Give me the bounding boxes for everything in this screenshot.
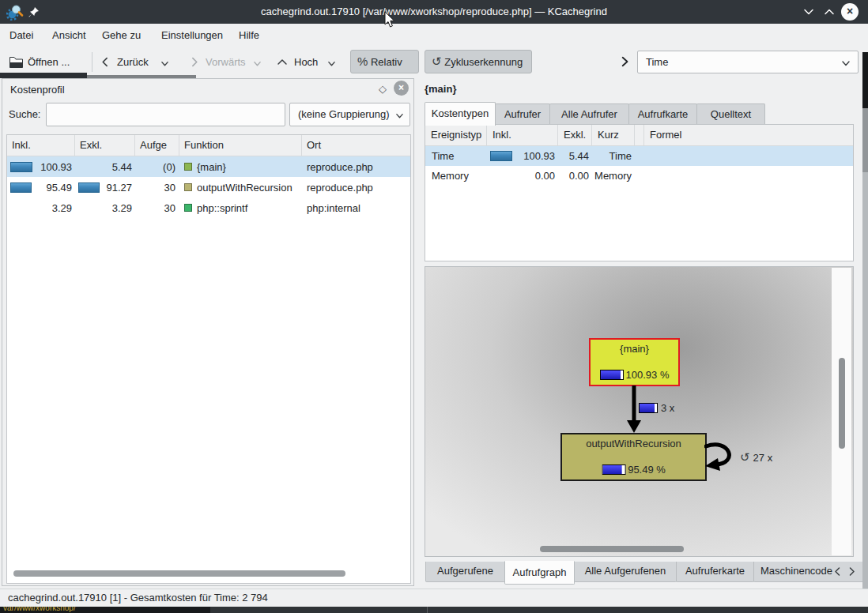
graph-node-child[interactable]: outputWithRecursion 95.49 %	[560, 433, 707, 481]
tab-aufruferkarte[interactable]: Aufruferkarte	[676, 562, 754, 582]
recursion-arrow	[704, 440, 742, 475]
back-dropdown-icon[interactable]	[160, 59, 169, 68]
graph-node-main[interactable]: {main} 100.93 %	[589, 338, 680, 386]
cost-bar	[10, 162, 32, 172]
close-icon[interactable]: ×	[841, 3, 859, 21]
event-type: Memory	[425, 170, 487, 182]
cycle-icon: ↺	[432, 55, 442, 68]
col-funktion[interactable]: Funktion	[179, 135, 302, 156]
menu-gehe-zu[interactable]: Gehe zu	[102, 24, 141, 47]
taskbar-fragment: var/www/xworkshop/	[0, 607, 868, 613]
statusbar: cachegrind.out.17910 [1] - Gesamtkosten …	[0, 589, 868, 607]
menu-datei[interactable]: Datei	[9, 24, 33, 47]
up-dropdown-icon[interactable]	[327, 59, 336, 68]
function-table-header: Inkl. Exkl. Aufge Funktion Ort	[7, 135, 410, 156]
recursion-icon: ↺	[740, 450, 750, 464]
col-ereignistyp[interactable]: Ereignistyp	[425, 125, 487, 145]
col-exkl[interactable]: Exkl.	[558, 125, 592, 145]
up-icon[interactable]	[277, 57, 288, 67]
event-type-value: Time	[646, 51, 668, 73]
relative-toggle-button[interactable]: % Relativ	[350, 50, 419, 73]
grouping-value: (keine Gruppierung)	[298, 103, 390, 126]
dock-float-icon[interactable]: ◇	[379, 83, 387, 95]
graph-vscrollbar[interactable]	[839, 358, 845, 449]
right-edge-scrollbar-thumb[interactable]	[862, 52, 868, 108]
chevron-down-icon	[841, 58, 851, 68]
menubar: Datei Ansicht Gehe zu Einstellungen Hilf…	[0, 24, 868, 47]
tab-quelltext[interactable]: Quelltext	[696, 103, 765, 125]
menu-ansicht[interactable]: Ansicht	[52, 24, 86, 47]
tab-alle-aufrufer[interactable]: Alle Aufrufer	[549, 103, 629, 125]
percent-bar	[602, 464, 625, 475]
node-label: {main}	[591, 343, 678, 355]
exkl-value: 5.44	[558, 150, 592, 162]
location-value: php:internal	[302, 202, 410, 214]
tab-scroll-left-icon[interactable]	[833, 566, 843, 577]
minimize-icon[interactable]	[803, 7, 814, 17]
event-type-select[interactable]: Time	[637, 51, 859, 73]
tab-aufgerufene[interactable]: Aufgerufene	[425, 562, 505, 582]
col-exkl[interactable]: Exkl.	[75, 135, 135, 156]
cycle-detection-toggle-button[interactable]: ↺ Zykluserkennung	[425, 50, 532, 73]
tab-aufrufgraph[interactable]: Aufrufgraph	[504, 561, 575, 585]
tab-aufrufer[interactable]: Aufrufer	[495, 103, 550, 125]
menu-hilfe[interactable]: Hilfe	[239, 24, 259, 47]
called-value: 30	[135, 182, 179, 194]
toolbar-separator	[92, 52, 92, 72]
exkl-value: 3.29	[112, 202, 132, 214]
node-label: outputWithRecursion	[562, 438, 705, 449]
table-row[interactable]: 95.49 91.27 30 outputWithRecursion repro…	[7, 177, 410, 197]
cost-bar	[10, 182, 32, 193]
inkl-value: 95.49	[46, 182, 72, 194]
search-label: Suche:	[9, 108, 40, 120]
cost-profile-dock: Kostenprofil ◇ × Suche: (keine Gruppieru…	[2, 78, 414, 586]
titlebar[interactable]: cachegrind.out.17910 [/var/www/xworkshop…	[0, 0, 868, 24]
col-formel[interactable]: Formel	[644, 125, 853, 145]
col-called[interactable]: Aufge	[135, 135, 179, 156]
col-kurz[interactable]: Kurz	[592, 125, 635, 145]
menu-einstellungen[interactable]: Einstellungen	[161, 24, 223, 47]
graph-hscrollbar[interactable]	[540, 546, 684, 552]
dock-close-icon[interactable]: ×	[394, 81, 409, 96]
location-value: reproduce.php	[302, 182, 410, 194]
table-row[interactable]: 100.93 5.44 (0) {main} reproduce.php	[7, 156, 410, 177]
cost-type-row[interactable]: Memory 0.00 0.00 Memory	[425, 166, 853, 186]
percent-bar	[639, 403, 658, 413]
node-percent: 100.93 %	[626, 369, 670, 381]
status-text: cachegrind.out.17910 [1] - Gesamtkosten …	[8, 592, 268, 604]
tab-scroll-right-icon[interactable]	[847, 566, 856, 577]
search-input[interactable]	[46, 103, 285, 126]
forward-dropdown-icon[interactable]	[253, 59, 262, 68]
back-icon[interactable]	[100, 57, 111, 67]
forward-button[interactable]: Vorwärts	[206, 47, 246, 77]
function-icon	[184, 204, 192, 212]
taskbar-entry-text: var/www/xworkshop/	[3, 607, 76, 612]
maximize-icon[interactable]	[824, 7, 835, 17]
grouping-select[interactable]: (keine Gruppierung)	[289, 103, 410, 126]
relative-label: Relativ	[371, 56, 402, 68]
up-button[interactable]: Hoch	[294, 47, 318, 77]
taskbar-entry[interactable]: var/www/xworkshop/	[0, 607, 210, 613]
forward-icon[interactable]	[189, 57, 199, 67]
back-button[interactable]: Zurück	[117, 47, 149, 77]
tab-aufrufkarte[interactable]: Aufrufkarte	[628, 103, 697, 125]
tab-kostentypen[interactable]: Kostentypen	[425, 102, 496, 126]
horizontal-scrollbar[interactable]	[13, 570, 345, 577]
exkl-value: 0.00	[558, 170, 592, 182]
function-icon	[184, 163, 192, 171]
selected-function-title: {main}	[425, 83, 456, 95]
cost-type-row[interactable]: Time 100.93 5.44 Time	[425, 146, 853, 166]
cost-bar	[78, 182, 100, 193]
col-ort[interactable]: Ort	[302, 135, 410, 156]
event-type: Time	[425, 150, 487, 162]
inkl-value: 100.93	[523, 150, 555, 162]
toolbar-expand-icon[interactable]	[619, 56, 630, 67]
call-count-label: 3 x	[639, 402, 674, 414]
col-inkl[interactable]: Inkl.	[487, 125, 558, 145]
function-name: outputWithRecursion	[197, 182, 292, 194]
col-inkl[interactable]: Inkl.	[7, 135, 75, 156]
table-row[interactable]: 3.29 3.29 30 php::sprintf php:internal	[7, 197, 410, 218]
window-title: cachegrind.out.17910 [/var/www/xworkshop…	[0, 0, 868, 24]
node-percent: 95.49 %	[628, 464, 666, 476]
tab-alle-aufgerufenen[interactable]: Alle Aufgerufenen	[574, 562, 677, 582]
